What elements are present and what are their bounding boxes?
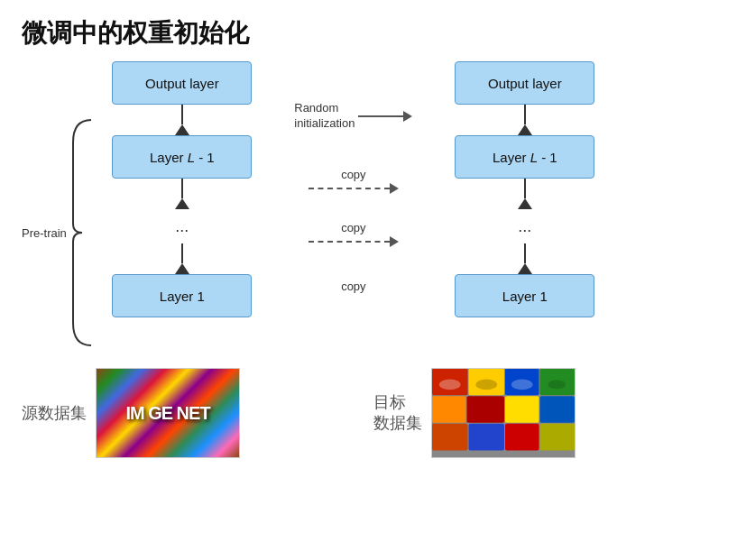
pretrain-label: Pre-train [22,226,67,240]
arrow-line-r2 [524,179,526,198]
pretrain-brace [69,115,96,350]
copy-block-1: copy [309,150,399,211]
right-layer1-box: Layer 1 [455,274,594,317]
svg-point-13 [438,379,460,390]
random-init-arrow [358,111,412,122]
random-init-area: Random initialization [294,101,412,132]
dashed-arrow-2 [309,236,399,247]
arrow-up-3 [175,263,189,274]
svg-rect-6 [466,396,503,423]
arrow-up-2 [175,198,189,209]
svg-point-16 [548,380,566,389]
bottom-section: 源数据集 IM GE NET 目标数据集 [0,357,746,458]
svg-rect-11 [504,424,539,451]
networks-area: Output layer Layer L - 1 ... Layer 1 [101,61,606,317]
arrow-up-r3 [518,263,532,274]
page-title: 微调中的权重初始化 [0,0,746,60]
copy-block-2: copy [341,256,365,317]
copy-label-1: copy [341,168,365,181]
dashed-arrow-1 [309,183,399,194]
left-network: Output layer Layer L - 1 ... Layer 1 [101,61,263,317]
svg-point-15 [511,379,532,390]
arrow-line-3 [181,243,183,263]
copy-label-2: copy [341,221,365,234]
svg-rect-9 [432,424,468,451]
target-dataset-label: 目标数据集 [373,392,422,435]
target-dataset-image [431,368,576,458]
svg-rect-7 [504,396,539,423]
copy-block-dots: copy [309,211,399,256]
left-output-layer-box: Output layer [112,61,252,105]
svg-rect-12 [539,424,575,451]
svg-rect-10 [468,424,504,451]
middle-section: Random initialization copy copy [263,88,444,317]
arrow-line-r3 [524,243,526,263]
svg-rect-8 [539,396,575,423]
arrow-up-1 [175,124,189,135]
source-dataset-image: IM GE NET [96,368,240,458]
right-dots: ... [518,213,531,240]
left-dots: ... [175,213,189,240]
target-dataset-block: 目标数据集 [373,368,725,458]
right-layer-l1-box: Layer L - 1 [455,135,594,179]
arrow-up-r2 [518,198,532,209]
arrow-line-r1 [524,105,526,124]
svg-point-14 [475,379,497,390]
copy-label-3: copy [341,280,365,293]
svg-rect-5 [432,396,466,423]
arrow-line-1 [181,105,183,124]
random-init-line1: Random [294,101,338,115]
random-init-line2: initialization [294,116,355,130]
source-dataset-block: 源数据集 IM GE NET [22,368,373,458]
pretrain-section: Pre-train [22,61,96,350]
right-network: Output layer Layer L - 1 ... Layer 1 [444,61,606,317]
right-output-layer-box: Output layer [455,61,594,105]
left-layer1-box: Layer 1 [112,274,252,317]
source-dataset-label: 源数据集 [22,402,87,424]
left-layer-l1-box: Layer L - 1 [112,135,252,179]
arrow-up-r1 [518,124,532,135]
arrow-line-2 [181,179,183,198]
